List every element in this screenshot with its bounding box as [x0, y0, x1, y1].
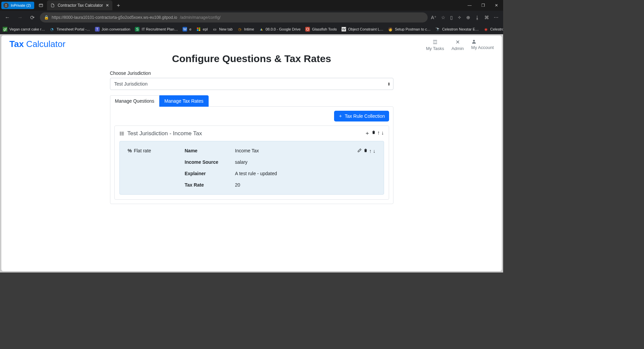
field-key: Explainer	[185, 171, 235, 176]
back-button[interactable]: ←	[3, 13, 12, 22]
nav-admin[interactable]: ✕ Admin	[451, 39, 464, 51]
favorites-list-icon[interactable]: ✧	[458, 15, 462, 20]
move-down-icon[interactable]: ↓	[381, 130, 384, 137]
plus-icon: ＋	[338, 113, 343, 119]
bookmark-item[interactable]: 🔭Celestron Nexstar E…	[435, 27, 479, 32]
list-icon: ☲	[426, 39, 444, 45]
add-rule-icon[interactable]: ＋	[365, 130, 370, 137]
bookmark-item[interactable]: ◷Intime	[237, 27, 254, 32]
extensions-icon[interactable]: ⌘	[484, 15, 489, 20]
nav-label: My Tasks	[426, 46, 444, 51]
field-key: Income Source	[185, 159, 235, 165]
svg-marker-8	[260, 28, 261, 31]
content: Choose Jurisdiction Test Jurisdiction ▴▾…	[110, 70, 393, 204]
tab-title: Contractor Tax Calculator	[58, 3, 103, 8]
svg-point-13	[120, 133, 121, 134]
browser-tab-active[interactable]: Contractor Tax Calculator ✕	[47, 0, 112, 10]
edit-rule-icon[interactable]	[357, 148, 362, 188]
nav-label: My Account	[471, 45, 494, 50]
read-aloud-icon[interactable]: A⁺	[431, 15, 436, 20]
lock-icon: 🔒	[44, 15, 49, 20]
jurisdiction-select[interactable]: Test Jurisdiction ▴▾	[110, 78, 393, 90]
move-rule-up-icon[interactable]: ↑	[369, 148, 372, 188]
bookmark-item[interactable]: WObject Constraint L…	[341, 27, 383, 32]
delete-rule-icon[interactable]	[363, 148, 368, 188]
select-caret-icon: ▴▾	[388, 82, 390, 86]
svg-rect-1	[39, 4, 43, 7]
tab-strip: InPrivate (2) Contractor Tax Calculator …	[0, 0, 503, 11]
window-close-icon[interactable]: ✕	[490, 0, 503, 11]
bookmark-item[interactable]: ◔Timesheet Portal -…	[50, 27, 90, 32]
field-value: Income Tax	[235, 148, 259, 153]
field-value: salary	[235, 159, 248, 165]
user-icon	[471, 39, 494, 44]
url-path: /admin/manage/config/	[180, 15, 220, 20]
bookmark-item[interactable]: SIT Recruitment Plan…	[135, 27, 178, 32]
app-viewport: Tax Calculator ☲ My Tasks ✕ Admin My Acc…	[0, 34, 503, 272]
field-value: 20	[235, 182, 240, 188]
svg-rect-6	[199, 30, 200, 31]
address-bar[interactable]: 🔒 https://8000-laura10101-contractorta-g…	[40, 12, 428, 22]
new-tab-button[interactable]: ＋	[116, 2, 121, 9]
bookmark-item[interactable]: ▭New tab	[212, 27, 232, 32]
move-up-icon[interactable]: ↑	[377, 130, 380, 137]
field-key: Tax Rate	[185, 182, 235, 188]
svg-marker-9	[261, 28, 263, 31]
forward-button: →	[15, 13, 25, 22]
bookmark-item[interactable]: 🧑Setup Postman to c…	[388, 27, 431, 32]
rule-item-actions: ↑ ↓	[357, 148, 376, 188]
rule-card-header: Test Jurisdiction - Income Tax ＋ ↑ ↓	[115, 126, 389, 141]
tab-overview-icon[interactable]	[38, 2, 44, 9]
header-nav: ☲ My Tasks ✕ Admin My Account	[426, 39, 494, 51]
field-key: Name	[185, 148, 235, 153]
bookmark-item[interactable]: epl	[196, 27, 208, 32]
bookmark-item[interactable]: gfVegan carrot cake r…	[3, 27, 45, 32]
app-brand[interactable]: Tax Calculator	[9, 39, 65, 49]
rule-card-title: Test Jurisdiction - Income Tax	[127, 130, 202, 137]
favorite-icon[interactable]: ☆	[441, 15, 445, 20]
rule-row-tax-rate: Tax Rate 20	[185, 182, 344, 188]
delete-collection-icon[interactable]	[371, 130, 376, 137]
tab-favicon-icon	[50, 3, 55, 8]
browser-toolbar: ← → ⟳ 🔒 https://8000-laura10101-contract…	[0, 11, 503, 24]
svg-rect-16	[121, 135, 124, 135]
bookmark-item[interactable]: We	[182, 27, 191, 32]
tab-manage-questions[interactable]: Manage Questions	[110, 95, 160, 107]
bookmark-item[interactable]: TJoin conversation	[95, 27, 130, 32]
rule-fields: Name Income Tax Income Source salary Exp…	[185, 148, 344, 188]
url-host: https://8000-laura10101-contractorta-g5o…	[52, 15, 177, 20]
inprivate-badge[interactable]: InPrivate (2)	[1, 2, 34, 9]
add-tax-rule-collection-button[interactable]: ＋ Tax Rule Collection	[334, 111, 389, 121]
brand-part2: Calculator	[24, 39, 65, 49]
rule-row-explainer: Explainer A test rule - updated	[185, 171, 344, 176]
menu-icon[interactable]: ⋯	[494, 15, 498, 20]
reload-button[interactable]: ⟳	[28, 13, 37, 22]
page-title: Configure Questions & Tax Rates	[9, 53, 494, 64]
rule-row-name: Name Income Tax	[185, 148, 344, 153]
tabs: Manage Questions Manage Tax Rates	[110, 95, 393, 107]
split-icon[interactable]: ▯	[450, 15, 453, 20]
inprivate-label: InPrivate (2)	[11, 3, 31, 7]
svg-rect-12	[121, 132, 124, 132]
list-icon	[119, 131, 125, 136]
inprivate-avatar-icon	[3, 3, 9, 8]
app-page: Tax Calculator ☲ My Tasks ✕ Admin My Acc…	[1, 36, 502, 271]
tab-close-icon[interactable]: ✕	[106, 3, 109, 8]
svg-rect-4	[199, 28, 200, 29]
window-minimize-icon[interactable]: —	[463, 0, 476, 11]
move-rule-down-icon[interactable]: ↓	[373, 148, 376, 188]
tab-manage-tax-rates[interactable]: Manage Tax Rates	[159, 95, 208, 107]
bookmark-item[interactable]: OGlassfish Tools	[305, 27, 337, 32]
window-restore-icon[interactable]: ❐	[476, 0, 490, 11]
downloads-icon[interactable]: ⭳	[475, 15, 480, 20]
svg-rect-3	[197, 28, 199, 29]
bookmark-item[interactable]: 08.0.0 - Google Drive	[259, 27, 301, 32]
nav-my-account[interactable]: My Account	[471, 39, 494, 51]
tab-panel: ＋ Tax Rule Collection Test Jurisdiction …	[110, 106, 393, 204]
toolbar-right: A⁺ ☆ ▯ ✧ ⊕ ⭳ ⌘ ⋯	[431, 15, 500, 20]
svg-point-10	[473, 40, 475, 42]
bookmark-item[interactable]: ◉Celestron NexStar E…	[484, 27, 503, 32]
nav-my-tasks[interactable]: ☲ My Tasks	[426, 39, 444, 51]
rule-card-actions: ＋ ↑ ↓	[365, 130, 384, 137]
collections-icon[interactable]: ⊕	[466, 15, 470, 20]
